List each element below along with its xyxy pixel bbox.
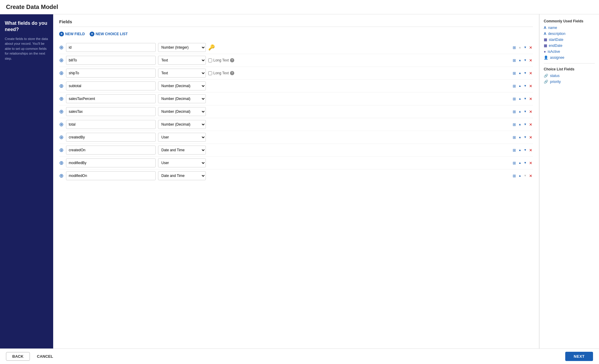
row-add-button[interactable]: ⊕ bbox=[59, 160, 64, 166]
clone-row-button[interactable]: ⊞ bbox=[512, 161, 517, 166]
row-add-button[interactable]: ⊕ bbox=[59, 173, 64, 178]
row-add-button[interactable]: ⊕ bbox=[59, 147, 64, 153]
row-add-button[interactable]: ⊕ bbox=[59, 70, 64, 76]
long-text-checkbox[interactable] bbox=[208, 58, 212, 62]
delete-row-button[interactable]: ✕ bbox=[528, 135, 533, 140]
row-add-button[interactable]: ⊕ bbox=[59, 122, 64, 127]
move-down-button[interactable]: ▼ bbox=[523, 122, 527, 127]
move-down-button[interactable]: ▼ bbox=[523, 135, 527, 139]
delete-row-button[interactable]: ✕ bbox=[528, 45, 533, 50]
field-type-select[interactable]: TextNumber (Integer)Number (Decimal)Date… bbox=[158, 171, 206, 180]
cancel-button[interactable]: CANCEL bbox=[33, 352, 57, 361]
clone-row-button[interactable]: ⊞ bbox=[512, 109, 517, 114]
panel-field-link[interactable]: startDate bbox=[549, 38, 563, 42]
field-name-input[interactable] bbox=[66, 81, 156, 90]
row-add-button[interactable]: ⊕ bbox=[59, 83, 64, 89]
choice-list-item: 🔗priority bbox=[544, 80, 595, 84]
delete-row-button[interactable]: ✕ bbox=[528, 148, 533, 153]
long-text-help-icon[interactable]: ? bbox=[230, 58, 234, 62]
move-down-button[interactable]: ▼ bbox=[523, 84, 527, 88]
panel-field-link[interactable]: assignee bbox=[550, 55, 564, 60]
delete-row-button[interactable]: ✕ bbox=[528, 161, 533, 166]
move-up-button[interactable]: ▲ bbox=[518, 97, 522, 101]
row-add-button[interactable]: ⊕ bbox=[59, 96, 64, 101]
new-choice-list-button[interactable]: + NEW CHOICE LIST bbox=[90, 30, 128, 38]
move-down-button[interactable]: ▼ bbox=[523, 174, 527, 178]
panel-field-link[interactable]: name bbox=[548, 26, 557, 30]
clone-row-button[interactable]: ⊞ bbox=[512, 45, 517, 50]
field-type-select[interactable]: TextNumber (Integer)Number (Decimal)Date… bbox=[158, 146, 206, 155]
field-type-select[interactable]: TextNumber (Integer)Number (Decimal)Date… bbox=[158, 69, 206, 78]
row-add-button[interactable]: ⊕ bbox=[59, 135, 64, 140]
move-down-button[interactable]: ▼ bbox=[523, 71, 527, 75]
field-name-input[interactable] bbox=[66, 43, 156, 52]
next-button[interactable]: NEXT bbox=[565, 352, 593, 361]
field-name-input[interactable] bbox=[66, 69, 156, 78]
clone-row-button[interactable]: ⊞ bbox=[512, 148, 517, 153]
move-up-button[interactable]: ▲ bbox=[518, 58, 522, 62]
row-add-button[interactable]: ⊕ bbox=[59, 109, 64, 114]
move-down-button[interactable]: ▼ bbox=[523, 58, 527, 62]
field-name-input[interactable] bbox=[66, 107, 156, 116]
clone-row-button[interactable]: ⊞ bbox=[512, 96, 517, 101]
move-up-button[interactable]: ▲ bbox=[518, 161, 522, 165]
field-type-select[interactable]: TextNumber (Integer)Number (Decimal)Date… bbox=[158, 81, 206, 90]
field-name-input[interactable] bbox=[66, 171, 156, 180]
move-down-button[interactable]: ▼ bbox=[523, 45, 527, 50]
panel-field-link[interactable]: isActive bbox=[548, 50, 560, 54]
move-up-button[interactable]: ▲ bbox=[518, 174, 522, 178]
delete-row-button[interactable]: ✕ bbox=[528, 71, 533, 76]
long-text-label[interactable]: Long Text? bbox=[208, 58, 234, 62]
field-type-select[interactable]: TextNumber (Integer)Number (Decimal)Date… bbox=[158, 107, 206, 116]
field-name-input[interactable] bbox=[66, 56, 156, 65]
field-type-select[interactable]: TextNumber (Integer)Number (Decimal)Date… bbox=[158, 158, 206, 167]
field-type-select[interactable]: TextNumber (Integer)Number (Decimal)Date… bbox=[158, 56, 206, 65]
move-down-button[interactable]: ▼ bbox=[523, 97, 527, 101]
field-type-select[interactable]: TextNumber (Integer)Number (Decimal)Date… bbox=[158, 43, 206, 52]
field-name-input[interactable] bbox=[66, 133, 156, 142]
field-row: ⊕TextNumber (Integer)Number (Decimal)Dat… bbox=[59, 67, 533, 80]
move-down-button[interactable]: ▼ bbox=[523, 161, 527, 165]
move-up-button[interactable]: ▲ bbox=[518, 148, 522, 152]
move-up-button[interactable]: ▲ bbox=[518, 71, 522, 75]
delete-row-button[interactable]: ✕ bbox=[528, 58, 533, 63]
field-type-select[interactable]: TextNumber (Integer)Number (Decimal)Date… bbox=[158, 94, 206, 103]
clone-row-button[interactable]: ⊞ bbox=[512, 84, 517, 89]
delete-row-button[interactable]: ✕ bbox=[528, 96, 533, 101]
move-up-button[interactable]: ▲ bbox=[518, 135, 522, 139]
delete-row-button[interactable]: ✕ bbox=[528, 122, 533, 127]
field-name-input[interactable] bbox=[66, 120, 156, 129]
long-text-help-icon[interactable]: ? bbox=[230, 71, 234, 75]
clone-row-button[interactable]: ⊞ bbox=[512, 71, 517, 76]
move-down-button[interactable]: ▼ bbox=[523, 148, 527, 152]
panel-link-icon: 🔗 bbox=[544, 80, 548, 84]
clone-row-button[interactable]: ⊞ bbox=[512, 58, 517, 63]
clone-row-button[interactable]: ⊞ bbox=[512, 122, 517, 127]
move-up-button[interactable]: ▲ bbox=[518, 84, 522, 88]
move-down-button[interactable]: ▼ bbox=[523, 109, 527, 114]
panel-choice-link[interactable]: priority bbox=[550, 80, 561, 84]
panel-field-link[interactable]: description bbox=[548, 32, 566, 36]
back-button[interactable]: BACK bbox=[6, 352, 30, 361]
field-type-select[interactable]: TextNumber (Integer)Number (Decimal)Date… bbox=[158, 133, 206, 142]
long-text-checkbox[interactable] bbox=[208, 71, 212, 75]
delete-row-button[interactable]: ✕ bbox=[528, 173, 533, 178]
field-name-input[interactable] bbox=[66, 158, 156, 167]
clone-row-button[interactable]: ⊞ bbox=[512, 173, 517, 178]
move-up-button[interactable]: ▲ bbox=[518, 109, 522, 114]
panel-field-link[interactable]: endDate bbox=[549, 44, 562, 48]
row-add-button[interactable]: ⊕ bbox=[59, 58, 64, 63]
delete-row-button[interactable]: ✕ bbox=[528, 84, 533, 89]
panel-field-icon: ● bbox=[544, 50, 546, 54]
move-up-button[interactable]: ▲ bbox=[518, 122, 522, 127]
field-name-input[interactable] bbox=[66, 94, 156, 103]
row-add-button[interactable]: ⊕ bbox=[59, 45, 64, 50]
field-type-select[interactable]: TextNumber (Integer)Number (Decimal)Date… bbox=[158, 120, 206, 129]
move-up-button[interactable]: ▲ bbox=[518, 45, 522, 50]
new-field-button[interactable]: + NEW FIELD bbox=[59, 30, 85, 38]
long-text-label[interactable]: Long Text? bbox=[208, 71, 234, 75]
field-name-input[interactable] bbox=[66, 146, 156, 155]
delete-row-button[interactable]: ✕ bbox=[528, 109, 533, 114]
panel-choice-link[interactable]: status bbox=[550, 74, 560, 78]
clone-row-button[interactable]: ⊞ bbox=[512, 135, 517, 140]
